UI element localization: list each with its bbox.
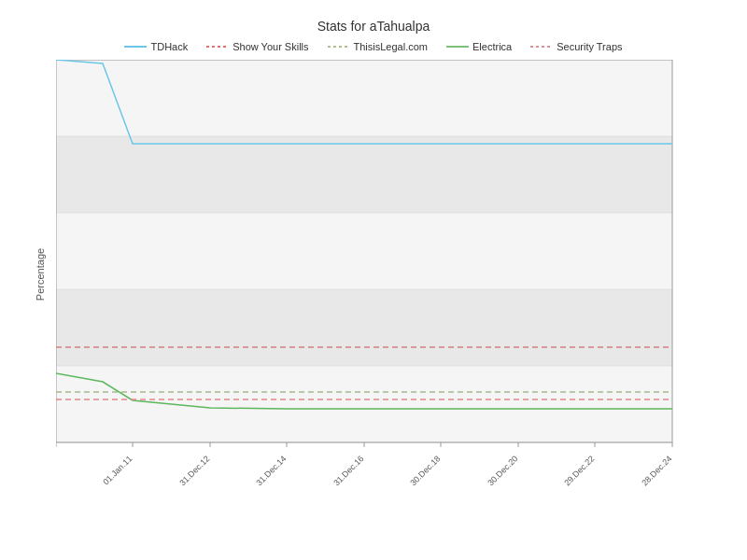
legend-label-securitytraps: Security Traps (557, 41, 622, 52)
svg-text:28.Dec.24: 28.Dec.24 (640, 454, 673, 487)
svg-text:30.Dec.20: 30.Dec.20 (486, 454, 519, 487)
legend-label-showyourskills: Show Your Skills (233, 41, 308, 52)
svg-rect-4 (56, 289, 672, 366)
chart-area: Percentage (56, 60, 738, 489)
legend-item-securitytraps: Security Traps (530, 41, 622, 52)
svg-rect-5 (56, 366, 672, 442)
svg-text:29.Dec.22: 29.Dec.22 (562, 454, 596, 487)
svg-rect-3 (56, 213, 672, 289)
svg-text:30.Dec.18: 30.Dec.18 (408, 454, 442, 487)
legend-color-showyourskills (206, 46, 229, 48)
chart-svg: 0 20 40 60 80 100 01.Jan.09 01.Jan.11 31… (56, 60, 719, 489)
legend: TDHack Show Your Skills ThisisLegal.com … (9, 41, 738, 52)
legend-item-tdhack: TDHack (124, 41, 188, 52)
svg-text:31.Dec.14: 31.Dec.14 (254, 454, 288, 487)
svg-text:01.Jan.11: 01.Jan.11 (101, 454, 134, 486)
legend-label-thisislegal: ThisisLegal.com (354, 41, 428, 52)
svg-text:31.Dec.12: 31.Dec.12 (177, 454, 211, 487)
y-axis-label: Percentage (35, 248, 46, 301)
legend-color-thisislegal (328, 46, 350, 48)
svg-rect-1 (56, 60, 672, 136)
legend-item-thisislegal: ThisisLegal.com (328, 41, 428, 52)
legend-item-showyourskills: Show Your Skills (206, 41, 308, 52)
legend-color-electrica (446, 46, 469, 48)
svg-rect-2 (56, 136, 672, 213)
svg-text:01.Jan.09: 01.Jan.09 (56, 454, 57, 486)
chart-container: Stats for aTahualpa TDHack Show Your Ski… (0, 0, 747, 560)
legend-color-tdhack (124, 46, 147, 48)
legend-label-tdhack: TDHack (150, 41, 188, 52)
chart-title: Stats for aTahualpa (9, 19, 738, 34)
svg-text:31.Dec.16: 31.Dec.16 (331, 454, 365, 487)
legend-item-electrica: Electrica (446, 41, 512, 52)
legend-label-electrica: Electrica (472, 41, 512, 52)
legend-color-securitytraps (530, 46, 553, 48)
